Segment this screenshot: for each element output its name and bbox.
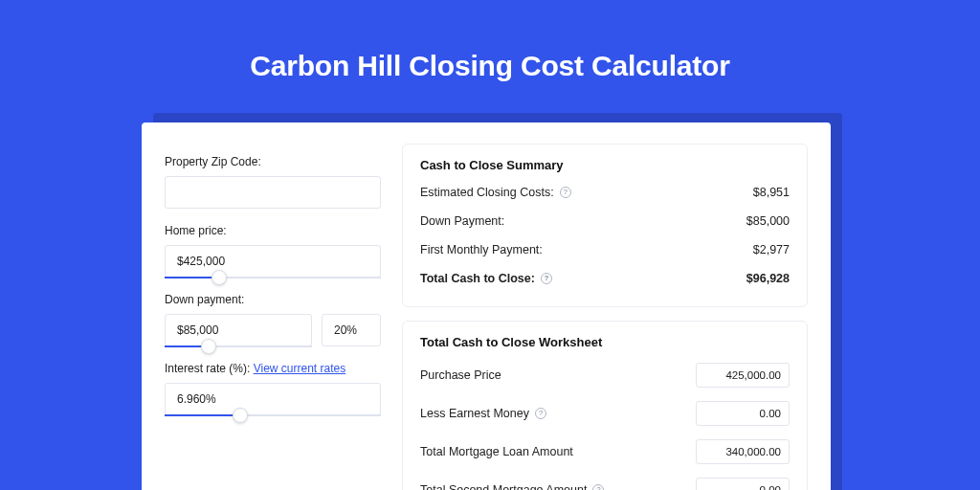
summary-row-label: Down Payment: [420, 214, 504, 228]
worksheet-row-label: Purchase Price [420, 368, 501, 382]
home-price-slider-thumb[interactable] [212, 270, 227, 285]
worksheet-row-label: Total Mortgage Loan Amount [420, 445, 573, 458]
home-price-input-wrap [165, 245, 381, 278]
worksheet-panel: Total Cash to Close Worksheet Purchase P… [402, 321, 808, 490]
summary-total-value: $96,928 [746, 272, 790, 285]
summary-row-label: First Monthly Payment: [420, 243, 543, 256]
summary-row-total: Total Cash to Close: ? $96,928 [420, 272, 790, 285]
down-payment-pct-wrap [322, 314, 381, 346]
down-payment-slider[interactable] [165, 345, 312, 347]
down-payment-label: Down payment: [165, 293, 381, 306]
results-column: Cash to Close Summary Estimated Closing … [402, 144, 808, 490]
home-price-input[interactable] [165, 245, 381, 278]
zip-label: Property Zip Code: [165, 155, 381, 168]
interest-slider-fill [165, 414, 240, 416]
worksheet-title: Total Cash to Close Worksheet [420, 335, 790, 349]
down-payment-slider-thumb[interactable] [201, 339, 216, 354]
view-rates-link[interactable]: View current rates [254, 362, 346, 375]
zip-input-wrap [165, 176, 381, 209]
summary-row-value: $85,000 [746, 214, 790, 228]
calculator-card: Property Zip Code: Home price: Down paym… [142, 122, 831, 490]
page-title: Carbon Hill Closing Cost Calculator [0, 0, 980, 111]
help-icon[interactable]: ? [560, 187, 571, 198]
help-icon[interactable]: ? [592, 484, 604, 490]
worksheet-row-input[interactable] [696, 363, 790, 388]
summary-row-closing-costs: Estimated Closing Costs: ? $8,951 [420, 186, 790, 199]
help-icon[interactable]: ? [541, 273, 552, 284]
down-payment-pct-input[interactable] [322, 314, 381, 346]
summary-title: Cash to Close Summary [420, 158, 790, 172]
summary-row-label: Estimated Closing Costs: [420, 186, 554, 199]
summary-row-value: $2,977 [753, 243, 790, 256]
interest-label-text: Interest rate (%): [165, 362, 254, 375]
summary-row-down-payment: Down Payment: $85,000 [420, 214, 790, 228]
interest-input-wrap [165, 383, 381, 415]
worksheet-row-earnest-money: Less Earnest Money ? [420, 401, 790, 426]
worksheet-row-mortgage-amount: Total Mortgage Loan Amount [420, 439, 790, 464]
down-payment-input[interactable] [165, 314, 312, 346]
worksheet-row-input[interactable] [696, 439, 790, 464]
interest-slider-thumb[interactable] [233, 408, 248, 423]
worksheet-row-label: Total Second Mortgage Amount [420, 483, 587, 490]
help-icon[interactable]: ? [535, 408, 546, 419]
down-payment-input-wrap [165, 314, 312, 346]
worksheet-row-input[interactable] [696, 401, 790, 426]
interest-slider[interactable] [165, 414, 381, 416]
home-price-slider[interactable] [165, 277, 381, 278]
interest-label: Interest rate (%): View current rates [165, 362, 381, 375]
zip-input[interactable] [165, 176, 381, 209]
down-payment-row [165, 314, 381, 346]
worksheet-row-second-mortgage: Total Second Mortgage Amount ? [420, 478, 790, 490]
summary-total-label: Total Cash to Close: [420, 272, 535, 285]
inputs-column: Property Zip Code: Home price: Down paym… [165, 144, 381, 490]
summary-row-value: $8,951 [753, 186, 790, 199]
worksheet-row-label: Less Earnest Money [420, 407, 529, 420]
worksheet-row-purchase-price: Purchase Price [420, 363, 790, 388]
summary-panel: Cash to Close Summary Estimated Closing … [402, 144, 808, 307]
interest-input[interactable] [165, 383, 381, 415]
worksheet-row-input[interactable] [696, 478, 790, 490]
summary-row-first-payment: First Monthly Payment: $2,977 [420, 243, 790, 256]
home-price-label: Home price: [165, 224, 381, 237]
